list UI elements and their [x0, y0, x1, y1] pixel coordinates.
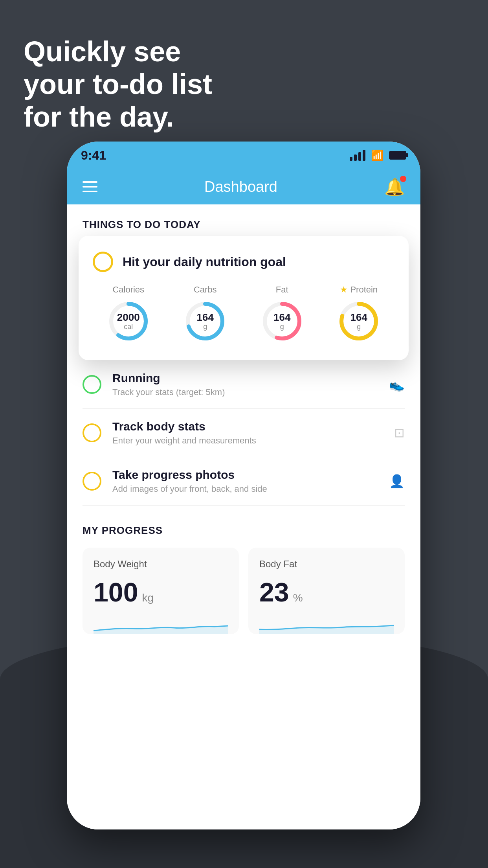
bell-wrapper[interactable]: 🔔: [384, 177, 405, 197]
todo-text-photos: Take progress photos Add images of your …: [112, 468, 378, 494]
calories-unit: cal: [117, 323, 140, 331]
weight-value: 100: [94, 577, 138, 607]
todo-circle-bodystats: [83, 423, 101, 442]
todo-title-photos: Take progress photos: [112, 468, 378, 482]
progress-section: MY PROGRESS Body Weight 100 kg: [67, 506, 420, 634]
card-title-row: Hit your daily nutrition goal: [93, 252, 394, 272]
protein-label: ★Protein: [340, 285, 378, 295]
todo-circle-running: [83, 375, 101, 394]
bell-dot: [400, 176, 406, 182]
todo-title-bodystats: Track body stats: [112, 420, 383, 433]
calories-ring: 2000 cal: [107, 300, 150, 343]
progress-cards: Body Weight 100 kg Body Fat: [83, 548, 405, 634]
photos-icon: 👤: [389, 474, 405, 489]
nutrition-item-carbs: Carbs 164 g: [170, 285, 241, 343]
bodyfat-unit: %: [293, 592, 303, 604]
weight-value-row: 100 kg: [94, 577, 228, 607]
headline: Quickly see your to-do list for the day.: [24, 35, 212, 133]
status-time: 9:41: [81, 148, 106, 163]
status-bar: 9:41 📶: [67, 142, 420, 169]
protein-value: 164: [350, 312, 367, 323]
bodyfat-card-title: Body Fat: [259, 559, 394, 570]
status-icons: 📶: [350, 149, 406, 162]
bodystats-icon: ⊡: [394, 425, 405, 440]
wifi-icon: 📶: [371, 149, 383, 162]
floating-card: Hit your daily nutrition goal Calories 2…: [79, 236, 409, 360]
hamburger-button[interactable]: [83, 181, 97, 192]
app-header: Dashboard 🔔: [67, 169, 420, 204]
signal-icon: [350, 150, 365, 161]
headline-line1: Quickly see: [24, 35, 212, 68]
todo-text-running: Running Track your stats (target: 5km): [112, 371, 378, 397]
todo-list: Running Track your stats (target: 5km) 👟…: [67, 360, 420, 506]
nutrition-item-fat: Fat 164 g: [246, 285, 318, 343]
carbs-value: 164: [197, 312, 214, 323]
carbs-label: Carbs: [194, 285, 217, 295]
todo-sub-bodystats: Enter your weight and measurements: [112, 436, 383, 446]
todo-text-bodystats: Track body stats Enter your weight and m…: [112, 420, 383, 446]
progress-card-weight[interactable]: Body Weight 100 kg: [83, 548, 239, 634]
protein-ring: 164 g: [337, 300, 380, 343]
fat-ring: 164 g: [261, 300, 304, 343]
todo-item-running[interactable]: Running Track your stats (target: 5km) 👟: [83, 360, 405, 409]
card-circle-check[interactable]: [93, 252, 113, 272]
carbs-unit: g: [197, 323, 214, 331]
todo-item-bodystats[interactable]: Track body stats Enter your weight and m…: [83, 409, 405, 457]
carbs-ring: 164 g: [183, 300, 227, 343]
section-header: THINGS TO DO TODAY: [67, 204, 420, 239]
phone-frame: 9:41 📶 Dashboard 🔔 THINGS TO DO TODAY Hi…: [67, 142, 420, 829]
nutrition-item-calories: Calories 2000 cal: [93, 285, 164, 343]
todo-title-running: Running: [112, 371, 378, 385]
headline-line3: for the day.: [24, 101, 212, 133]
calories-label: Calories: [112, 285, 144, 295]
weight-card-title: Body Weight: [94, 559, 228, 570]
protein-unit: g: [350, 323, 367, 331]
battery-icon: [389, 151, 406, 160]
fat-unit: g: [273, 323, 290, 331]
nutrition-grid: Calories 2000 cal Carbs: [93, 285, 394, 343]
running-icon: 👟: [389, 377, 405, 392]
progress-card-bodyfat[interactable]: Body Fat 23 %: [248, 548, 405, 634]
star-icon: ★: [340, 285, 348, 295]
card-title: Hit your daily nutrition goal: [123, 255, 286, 269]
weight-unit: kg: [142, 592, 154, 604]
progress-header: MY PROGRESS: [83, 524, 405, 537]
header-title: Dashboard: [204, 178, 277, 195]
bodyfat-chart: [259, 613, 394, 634]
todo-sub-running: Track your stats (target: 5km): [112, 387, 378, 397]
content-area: THINGS TO DO TODAY Hit your daily nutrit…: [67, 204, 420, 829]
headline-line2: your to-do list: [24, 68, 212, 101]
bodyfat-value-row: 23 %: [259, 577, 394, 607]
nutrition-item-protein: ★Protein 164 g: [323, 285, 395, 343]
bodyfat-value: 23: [259, 577, 289, 607]
todo-sub-photos: Add images of your front, back, and side: [112, 484, 378, 494]
todo-circle-photos: [83, 472, 101, 491]
weight-chart: [94, 613, 228, 634]
fat-label: Fat: [276, 285, 288, 295]
fat-value: 164: [273, 312, 290, 323]
calories-value: 2000: [117, 312, 140, 323]
todo-item-photos[interactable]: Take progress photos Add images of your …: [83, 457, 405, 506]
